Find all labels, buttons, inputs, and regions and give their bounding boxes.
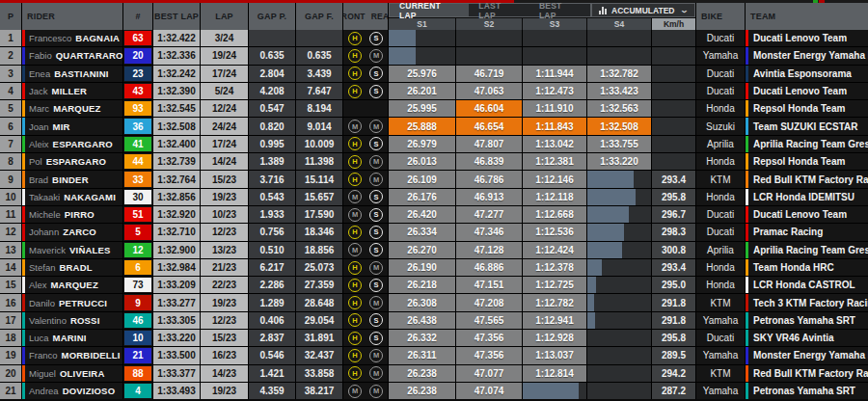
position-cell: 3 bbox=[0, 66, 21, 82]
sector-progress-bar bbox=[587, 312, 595, 329]
gap-previous-cell bbox=[249, 30, 295, 46]
gap-previous-cell: 2.837 bbox=[249, 330, 295, 346]
rider-cell[interactable]: PolESPARGARO bbox=[22, 153, 122, 170]
rider-last-name: ROSSI bbox=[70, 315, 100, 326]
rider-cell[interactable]: ValentinoROSSI bbox=[22, 312, 122, 329]
rider-first-name: Michele bbox=[29, 209, 61, 220]
gap-previous-cell: 1.289 bbox=[249, 294, 295, 310]
lap-count-cell: 16/23 bbox=[201, 347, 248, 363]
rider-number-badge: 12 bbox=[124, 243, 151, 257]
rider-number-badge: 93 bbox=[124, 101, 151, 116]
rider-number-cell: 46 bbox=[123, 312, 152, 329]
top-speed-cell bbox=[652, 83, 695, 99]
best-lap-cell: 1:33.305 bbox=[153, 312, 200, 329]
tab-last-lap[interactable]: LAST LAP bbox=[469, 4, 529, 16]
top-speed-cell: 293.4 bbox=[652, 171, 695, 187]
rider-number-badge: 30 bbox=[124, 190, 151, 204]
sector-3-cell: 1:11.843 bbox=[523, 118, 586, 134]
rider-cell[interactable]: TakaakiNAKAGAMI bbox=[22, 189, 122, 205]
header-rider: RIDER bbox=[22, 3, 122, 30]
rider-last-name: ESPARGARO bbox=[53, 139, 113, 149]
rider-cell[interactable]: AlexMARQUEZ bbox=[22, 277, 122, 293]
sector-4-cell bbox=[587, 47, 651, 64]
rider-cell[interactable]: LucaMARINI bbox=[22, 330, 122, 346]
sector-progress-bar bbox=[587, 224, 624, 240]
tab-current-lap[interactable]: CURRENT LAP bbox=[390, 4, 469, 16]
rider-cell[interactable]: FabioQUARTARARO bbox=[22, 47, 122, 64]
rider-cell[interactable]: AndreaDOVIZIOSO bbox=[22, 383, 122, 399]
rider-cell[interactable]: StefanBRADL bbox=[22, 259, 122, 276]
rider-cell[interactable]: AleixESPARGARO bbox=[22, 136, 122, 152]
rear-tyre-icon: S bbox=[369, 226, 383, 239]
team-cell: Monster Energy Yamaha MotoGP bbox=[746, 347, 868, 363]
team-cell: Pramac Racing bbox=[746, 224, 868, 240]
rider-cell[interactable]: MaverickVIÑALES bbox=[22, 242, 122, 258]
accumulated-dropdown[interactable]: ACCUMULATED ⌄ bbox=[591, 3, 695, 17]
rider-cell[interactable]: JohannZARCO bbox=[22, 224, 122, 240]
front-tyre-icon: H bbox=[348, 226, 362, 239]
rider-number-badge: 88 bbox=[124, 366, 151, 381]
gap-previous-cell: 2.804 bbox=[249, 66, 295, 82]
rider-number-badge: 41 bbox=[124, 137, 151, 151]
rider-cell[interactable]: FrancoMORBIDELLI bbox=[22, 347, 122, 363]
sector-2-cell: 46.913 bbox=[456, 189, 522, 205]
best-lap-cell: 1:32.422 bbox=[153, 30, 200, 46]
best-lap-cell: 1:32.710 bbox=[153, 224, 200, 240]
rider-first-name: Alex bbox=[29, 280, 46, 290]
gap-previous-cell: 6.217 bbox=[249, 259, 295, 276]
rider-last-name: OLIVEIRA bbox=[60, 368, 104, 379]
rider-cell[interactable]: FrancescoBAGNAIA bbox=[22, 30, 122, 46]
best-lap-cell: 1:32.545 bbox=[153, 100, 200, 117]
best-lap-cell: 1:33.209 bbox=[153, 277, 200, 293]
sector-1-cell: 25.995 bbox=[389, 100, 455, 117]
rider-number-badge: 63 bbox=[124, 31, 151, 45]
gap-first-cell: 17.590 bbox=[296, 206, 342, 223]
top-speed-cell: 287.2 bbox=[652, 383, 695, 399]
header-position: P bbox=[0, 3, 21, 30]
lap-count-cell: 12/24 bbox=[201, 100, 248, 117]
bike-cell: Yamaha bbox=[696, 312, 745, 329]
header-kmh: Km/h bbox=[652, 18, 695, 30]
front-tyre-icon: M bbox=[348, 243, 362, 256]
gap-previous-cell: 0.543 bbox=[249, 189, 295, 205]
rider-cell[interactable]: MarcMARQUEZ bbox=[22, 100, 122, 117]
rider-cell[interactable]: DaniloPETRUCCI bbox=[22, 294, 122, 310]
rider-first-name: Andrea bbox=[29, 386, 59, 396]
best-lap-cell: 1:32.508 bbox=[153, 118, 200, 134]
rear-tyre-icon: M bbox=[369, 49, 383, 63]
rider-cell[interactable]: MichelePIRRO bbox=[22, 206, 122, 223]
best-lap-cell: 1:32.739 bbox=[153, 153, 200, 170]
sector-3-cell: 1:12.928 bbox=[523, 330, 586, 346]
rider-number-badge: 51 bbox=[124, 207, 151, 222]
team-cell: Avintia Esponsorama bbox=[746, 66, 868, 82]
bike-cell: KTM bbox=[696, 171, 745, 187]
sector-3-cell: 1:12.814 bbox=[523, 365, 586, 382]
header-s2: S2 bbox=[456, 18, 522, 30]
gap-first-cell bbox=[296, 30, 342, 46]
rider-last-name: PIRRO bbox=[65, 209, 95, 220]
rider-last-name: BAGNAIA bbox=[75, 33, 120, 43]
sector-2-cell: 47.356 bbox=[456, 330, 522, 346]
gap-previous-cell: 1.421 bbox=[249, 365, 295, 382]
tyre-compounds-cell: HS bbox=[343, 66, 388, 82]
sector-4-cell bbox=[587, 242, 651, 258]
lap-count-cell: 12/23 bbox=[201, 312, 248, 329]
rear-tyre-icon: M bbox=[369, 173, 383, 186]
front-tyre-icon: H bbox=[348, 32, 362, 45]
rider-last-name: MARINI bbox=[53, 333, 87, 343]
rider-cell[interactable]: BradBINDER bbox=[22, 171, 122, 187]
rider-number-badge: 43 bbox=[124, 84, 151, 98]
rear-tyre-icon: S bbox=[369, 208, 383, 222]
lap-count-cell: 15/23 bbox=[201, 171, 248, 187]
sector-3-cell: 1:12.146 bbox=[523, 171, 586, 187]
lap-count-cell: 17/24 bbox=[201, 136, 248, 152]
rider-cell[interactable]: JoanMIR bbox=[22, 118, 122, 134]
header-s3: S3 bbox=[523, 18, 586, 30]
sector-3-cell: 1:13.037 bbox=[523, 347, 586, 363]
rider-cell[interactable]: EneaBASTIANINI bbox=[22, 66, 122, 82]
team-cell: Team SUZUKI ECSTAR bbox=[746, 118, 868, 134]
sector-4-cell bbox=[587, 277, 651, 293]
rider-cell[interactable]: JackMILLER bbox=[22, 83, 122, 99]
tab-best-lap[interactable]: BEST LAP bbox=[529, 4, 590, 16]
rider-cell[interactable]: MiguelOLIVEIRA bbox=[22, 365, 122, 382]
